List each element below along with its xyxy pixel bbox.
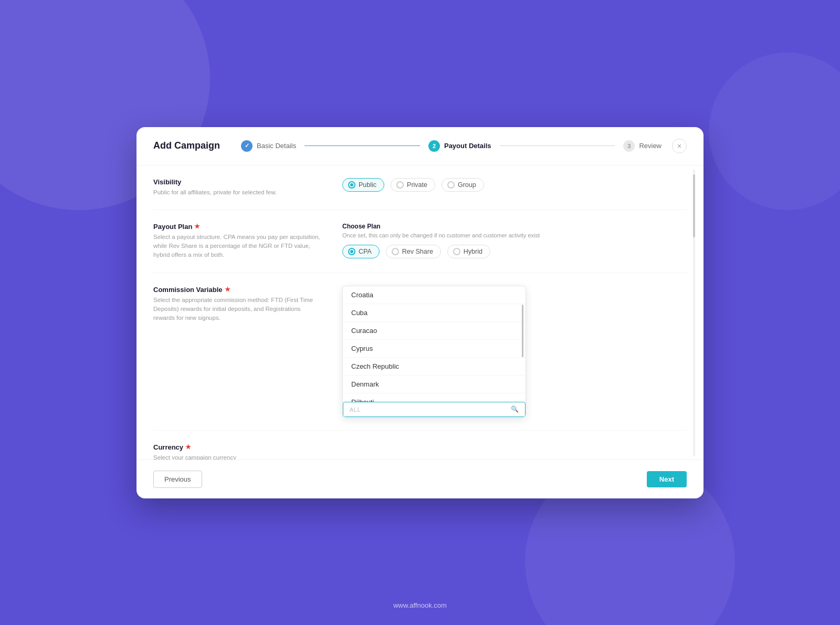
payout-hybrid-dot bbox=[453, 248, 460, 255]
country-item-cyprus[interactable]: Cyprus bbox=[343, 340, 526, 358]
commission-variable-label: Commission Variable ★ bbox=[153, 286, 321, 294]
visibility-field-right: Public Private Group bbox=[342, 178, 687, 197]
step-1-label: Basic Details bbox=[257, 142, 296, 150]
step-2-circle: 2 bbox=[428, 140, 440, 152]
step-3-circle: 3 bbox=[623, 140, 635, 152]
commission-variable-field-row: Commission Variable ★ Select the appropr… bbox=[153, 273, 687, 431]
coverage-search-input[interactable] bbox=[350, 405, 511, 413]
payout-hybrid-option[interactable]: Hybrid bbox=[447, 245, 490, 258]
currency-field-right bbox=[342, 443, 687, 460]
country-item-curacao[interactable]: Curacao bbox=[343, 322, 526, 340]
payout-plan-required: ★ bbox=[194, 223, 200, 230]
search-icon: 🔍 bbox=[511, 405, 519, 413]
modal-body: Visibility Public for all affiliates, pr… bbox=[136, 165, 704, 460]
payout-plan-field-right: Choose Plan Once set, this can only be c… bbox=[342, 223, 687, 260]
payout-cpa-label: CPA bbox=[359, 248, 372, 255]
visibility-public-dot bbox=[348, 181, 355, 189]
step-3-label: Review bbox=[639, 142, 662, 150]
commission-variable-description: Select the appropriate commission method… bbox=[153, 296, 321, 323]
visibility-radio-group: Public Private Group bbox=[342, 178, 687, 192]
step-line-2 bbox=[500, 145, 615, 146]
payout-cpa-option[interactable]: CPA bbox=[342, 245, 380, 258]
step-2-number: 2 bbox=[433, 143, 436, 149]
payout-hybrid-label: Hybrid bbox=[464, 248, 482, 255]
close-button[interactable]: × bbox=[672, 139, 687, 153]
choose-plan-label: Choose Plan bbox=[342, 223, 687, 230]
payout-revshare-label: Rev Share bbox=[402, 248, 433, 255]
commission-variable-field-left: Commission Variable ★ Select the appropr… bbox=[153, 286, 321, 418]
country-item-croatia[interactable]: Croatia bbox=[343, 286, 526, 304]
visibility-private-option[interactable]: Private bbox=[391, 178, 435, 192]
country-item-cuba[interactable]: Cuba bbox=[343, 304, 526, 322]
payout-plan-description: Select a payout structure. CPA means you… bbox=[153, 233, 321, 260]
country-item-djibouti[interactable]: Djibouti bbox=[343, 393, 526, 402]
visibility-public-option[interactable]: Public bbox=[342, 178, 384, 192]
step-payout-details: 2 Payout Details bbox=[428, 140, 491, 152]
step-1-circle: ✓ bbox=[241, 140, 253, 152]
next-button[interactable]: Next bbox=[647, 471, 687, 487]
modal-scrollbar-thumb bbox=[693, 174, 695, 237]
dropdown-scrollbar-thumb bbox=[522, 305, 523, 357]
currency-field-left: Currency ★ Select your campaign currency bbox=[153, 443, 321, 460]
modal-footer: Previous Next bbox=[136, 460, 704, 498]
visibility-group-option[interactable]: Group bbox=[442, 178, 484, 192]
currency-description: Select your campaign currency bbox=[153, 453, 321, 460]
stepper: ✓ Basic Details 2 Payout Details 3 Revie… bbox=[241, 140, 662, 152]
country-dropdown: Croatia Cuba Curacao Cyprus Czech Republ… bbox=[342, 286, 526, 418]
visibility-public-label: Public bbox=[359, 181, 376, 189]
step-1-icon: ✓ bbox=[245, 142, 249, 149]
commission-variable-field-right: Croatia Cuba Curacao Cyprus Czech Republ… bbox=[342, 286, 687, 418]
visibility-private-label: Private bbox=[407, 181, 427, 189]
payout-revshare-dot bbox=[392, 248, 399, 255]
payout-plan-radio-group: CPA Rev Share Hybrid bbox=[342, 245, 687, 258]
payout-plan-label: Payout Plan ★ bbox=[153, 223, 321, 231]
step-2-label: Payout Details bbox=[444, 142, 491, 150]
country-item-czech-republic[interactable]: Czech Republic bbox=[343, 358, 526, 376]
visibility-group-label: Group bbox=[458, 181, 476, 189]
visibility-description: Public for all affiliates, private for s… bbox=[153, 188, 321, 197]
visibility-private-dot bbox=[396, 181, 404, 189]
visibility-group-dot bbox=[447, 181, 455, 189]
country-item-denmark[interactable]: Denmark bbox=[343, 376, 526, 393]
currency-required: ★ bbox=[185, 443, 191, 451]
modal-scrollbar-track bbox=[693, 169, 695, 456]
currency-field-row: Currency ★ Select your campaign currency bbox=[153, 431, 687, 460]
country-dropdown-scroll[interactable]: Croatia Cuba Curacao Cyprus Czech Republ… bbox=[343, 286, 526, 402]
modal-title: Add Campaign bbox=[153, 140, 220, 151]
coverage-search[interactable]: 🔍 bbox=[343, 402, 526, 417]
website-footer: www.affnook.com bbox=[393, 601, 447, 609]
payout-revshare-option[interactable]: Rev Share bbox=[386, 245, 441, 258]
currency-label: Currency ★ bbox=[153, 443, 321, 451]
payout-cpa-dot bbox=[348, 248, 355, 255]
step-3-number: 3 bbox=[627, 143, 631, 149]
add-campaign-modal: Add Campaign ✓ Basic Details 2 Payout De… bbox=[136, 127, 704, 498]
step-line-1 bbox=[304, 145, 420, 146]
previous-button[interactable]: Previous bbox=[153, 471, 202, 488]
step-basic-details: ✓ Basic Details bbox=[241, 140, 296, 152]
modal-header: Add Campaign ✓ Basic Details 2 Payout De… bbox=[136, 127, 704, 165]
visibility-label: Visibility bbox=[153, 178, 321, 186]
bg-decoration-3 bbox=[709, 53, 840, 210]
visibility-field-row: Visibility Public for all affiliates, pr… bbox=[153, 165, 687, 210]
choose-plan-desc: Once set, this can only be changed if no… bbox=[342, 231, 687, 240]
payout-plan-field-row: Payout Plan ★ Select a payout structure.… bbox=[153, 210, 687, 273]
commission-required: ★ bbox=[225, 286, 230, 293]
payout-plan-field-left: Payout Plan ★ Select a payout structure.… bbox=[153, 223, 321, 260]
visibility-field-left: Visibility Public for all affiliates, pr… bbox=[153, 178, 321, 197]
step-review: 3 Review bbox=[623, 140, 662, 152]
